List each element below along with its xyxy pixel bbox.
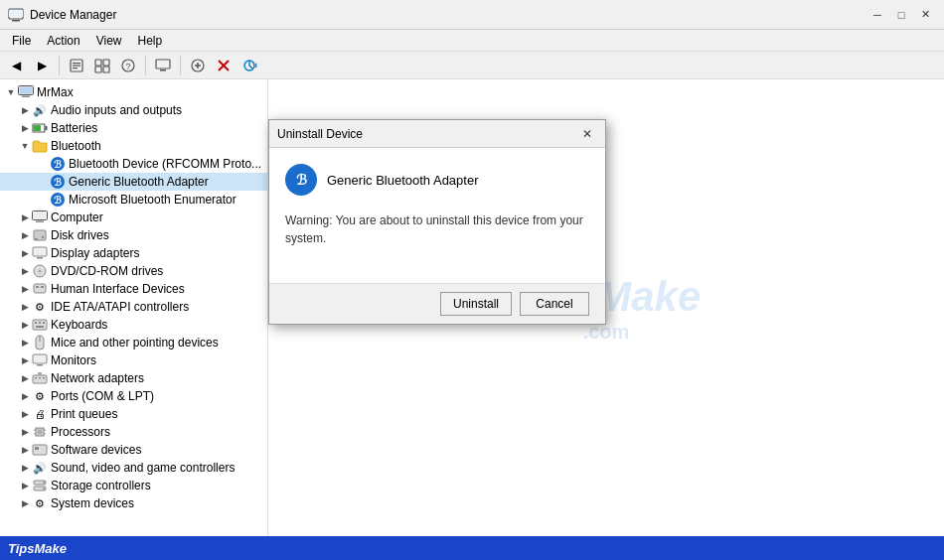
svg-rect-4 <box>73 63 80 64</box>
svg-text:ℬ: ℬ <box>54 177 62 188</box>
tree-item-bluetooth[interactable]: ▼ Bluetooth <box>0 137 267 155</box>
bluetooth-expand-icon[interactable]: ▼ <box>18 139 32 153</box>
svg-rect-52 <box>37 364 43 366</box>
batteries-icon <box>32 120 48 136</box>
uninstall-confirm-button[interactable]: Uninstall <box>440 292 512 316</box>
tree-item-batteries[interactable]: ▶ Batteries <box>0 119 267 137</box>
uninstall-button[interactable] <box>212 55 236 76</box>
tree-item-sound[interactable]: ▶ 🔊 Sound, video and game controllers <box>0 459 267 477</box>
maximize-button[interactable]: □ <box>890 4 912 26</box>
svg-rect-42 <box>34 284 46 293</box>
disk-expand-icon[interactable]: ▶ <box>18 228 32 242</box>
software-expand-icon[interactable]: ▶ <box>18 443 32 457</box>
computer-expand-icon[interactable]: ▶ <box>18 210 32 224</box>
tree-item-disk[interactable]: ▶ Disk drives <box>0 226 267 244</box>
properties-button[interactable] <box>65 55 88 76</box>
back-button[interactable]: ◀ <box>4 55 28 76</box>
expand-button[interactable] <box>90 55 114 76</box>
svg-rect-2 <box>9 10 23 17</box>
svg-text:ℬ: ℬ <box>54 195 62 206</box>
tree-item-ports[interactable]: ▶ ⚙ Ports (COM & LPT) <box>0 387 267 405</box>
tree-item-keyboards[interactable]: ▶ Keyboards <box>0 316 267 334</box>
minimize-button[interactable]: ─ <box>866 4 888 26</box>
modal-warning-text: Warning: You are about to uninstall this… <box>285 211 589 247</box>
hid-label: Human Interface Devices <box>51 282 185 296</box>
scan-button[interactable] <box>237 55 261 76</box>
tree-item-display[interactable]: ▶ Display adapters <box>0 244 267 262</box>
computer-label: Computer <box>51 210 103 224</box>
sound-expand-icon[interactable]: ▶ <box>18 461 32 475</box>
svg-rect-26 <box>34 125 41 131</box>
display-label: Display adapters <box>51 246 139 260</box>
window-controls: ─ □ ✕ <box>866 4 936 26</box>
tree-item-ide[interactable]: ▶ ⚙ IDE ATA/ATAPI controllers <box>0 298 267 316</box>
modal-footer: Uninstall Cancel <box>269 283 605 324</box>
software-icon <box>32 442 48 458</box>
batteries-expand-icon[interactable]: ▶ <box>18 121 32 135</box>
menu-file[interactable]: File <box>4 32 39 50</box>
processors-expand-icon[interactable]: ▶ <box>18 425 32 439</box>
title-bar: Device Manager ─ □ ✕ <box>0 0 944 30</box>
tree-item-network[interactable]: ▶ Network adapters <box>0 369 267 387</box>
tree-item-generic-bt[interactable]: ℬ Generic Bluetooth Adapter <box>0 173 267 191</box>
keyboards-expand-icon[interactable]: ▶ <box>18 318 32 332</box>
device-tree[interactable]: ▼ MrMax ▶ 🔊 Audio inputs and outputs ▶ B… <box>0 79 268 536</box>
monitors-expand-icon[interactable]: ▶ <box>18 353 32 367</box>
cancel-button[interactable]: Cancel <box>520 292 589 316</box>
hid-expand-icon[interactable]: ▶ <box>18 282 32 296</box>
toolbar: ◀ ▶ ? <box>0 52 944 79</box>
root-expand-icon[interactable]: ▼ <box>4 85 18 99</box>
tree-item-hid[interactable]: ▶ Human Interface Devices <box>0 280 267 298</box>
bluetooth-folder-icon <box>32 138 48 154</box>
tree-item-print[interactable]: ▶ 🖨 Print queues <box>0 405 267 423</box>
tree-item-mice[interactable]: ▶ Mice and other pointing devices <box>0 334 267 351</box>
menu-view[interactable]: View <box>88 32 130 50</box>
add-driver-button[interactable] <box>186 55 210 76</box>
menu-action[interactable]: Action <box>39 32 87 50</box>
system-expand-icon[interactable]: ▶ <box>18 496 32 510</box>
modal-close-button[interactable]: ✕ <box>577 124 597 144</box>
tree-item-software[interactable]: ▶ Software devices <box>0 441 267 459</box>
svg-rect-5 <box>73 65 80 66</box>
svg-rect-54 <box>35 377 37 379</box>
ports-expand-icon[interactable]: ▶ <box>18 389 32 403</box>
help-button[interactable]: ? <box>116 55 140 76</box>
window-title: Device Manager <box>30 8 866 22</box>
menu-help[interactable]: Help <box>130 32 171 50</box>
tree-item-dvd[interactable]: ▶ DVD/CD-ROM drives <box>0 262 267 280</box>
storage-icon <box>32 478 48 493</box>
ide-label: IDE ATA/ATAPI controllers <box>51 300 189 314</box>
close-button[interactable]: ✕ <box>914 4 936 26</box>
ms-bt-spacer <box>36 193 50 207</box>
svg-rect-44 <box>41 286 44 288</box>
status-bar: TipsMake <box>0 536 944 560</box>
mice-label: Mice and other pointing devices <box>51 336 219 350</box>
ide-expand-icon[interactable]: ▶ <box>18 300 32 314</box>
tree-item-audio[interactable]: ▶ 🔊 Audio inputs and outputs <box>0 101 267 119</box>
dvd-expand-icon[interactable]: ▶ <box>18 264 32 278</box>
storage-label: Storage controllers <box>51 479 151 492</box>
audio-expand-icon[interactable]: ▶ <box>18 103 32 117</box>
mice-expand-icon[interactable]: ▶ <box>18 336 32 350</box>
sound-icon: 🔊 <box>32 460 48 476</box>
display-icon <box>32 245 48 261</box>
display-expand-icon[interactable]: ▶ <box>18 246 32 260</box>
ports-icon: ⚙ <box>32 388 48 404</box>
svg-rect-36 <box>35 238 38 240</box>
monitor-button[interactable] <box>151 55 175 76</box>
tree-item-ms-bt[interactable]: ℬ Microsoft Bluetooth Enumerator <box>0 191 267 209</box>
tree-item-system[interactable]: ▶ ⚙ System devices <box>0 494 267 512</box>
tree-root[interactable]: ▼ MrMax <box>0 83 267 101</box>
tree-item-monitors[interactable]: ▶ Monitors <box>0 351 267 369</box>
dvd-icon <box>32 263 48 279</box>
print-expand-icon[interactable]: ▶ <box>18 407 32 421</box>
tree-item-computer[interactable]: ▶ Computer <box>0 209 267 226</box>
tree-item-bt-device[interactable]: ℬ Bluetooth Device (RFCOMM Proto... <box>0 155 267 173</box>
storage-expand-icon[interactable]: ▶ <box>18 479 32 492</box>
forward-button[interactable]: ▶ <box>30 55 54 76</box>
svg-rect-22 <box>22 96 30 98</box>
network-expand-icon[interactable]: ▶ <box>18 371 32 385</box>
tree-item-processors[interactable]: ▶ Processors <box>0 423 267 441</box>
audio-icon: 🔊 <box>32 102 48 118</box>
tree-item-storage[interactable]: ▶ Storage controllers <box>0 477 267 494</box>
